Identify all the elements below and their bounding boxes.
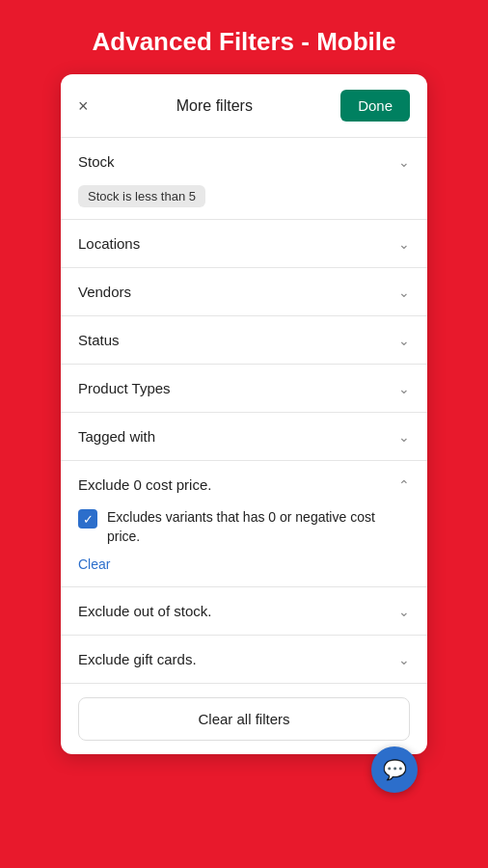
modal-title: More filters: [176, 97, 253, 115]
modal: × More filters Done Stock ⌄ Stock is les…: [61, 74, 427, 754]
filter-section-out-of-stock: Exclude out of stock. ⌄: [61, 587, 427, 636]
filter-label-locations: Locations: [78, 235, 140, 252]
cost-expanded-content: ✓ Excludes variants that has 0 or negati…: [61, 508, 427, 586]
cost-checkbox-label: Excludes variants that has 0 or negative…: [107, 508, 410, 546]
filter-row-locations[interactable]: Locations ⌄: [61, 220, 427, 267]
filter-row-cost[interactable]: Exclude 0 cost price. ⌃: [61, 461, 427, 508]
chevron-down-icon-locations: ⌄: [398, 236, 410, 252]
chevron-down-icon: ⌄: [398, 154, 410, 170]
filter-row-product-types[interactable]: Product Types ⌄: [61, 365, 427, 412]
chevron-down-icon-product-types: ⌄: [398, 381, 410, 396]
filter-row-stock[interactable]: Stock ⌄: [61, 138, 427, 185]
filter-label-cost: Exclude 0 cost price.: [78, 476, 211, 493]
filter-section-tagged: Tagged with ⌄: [61, 413, 427, 461]
stock-tag: Stock is less than 5: [78, 185, 205, 207]
filter-label-product-types: Product Types: [78, 380, 171, 396]
chevron-down-icon-tagged: ⌄: [398, 429, 410, 445]
chevron-up-icon-cost: ⌃: [398, 477, 410, 493]
filter-label-tagged: Tagged with: [78, 428, 155, 445]
clear-all-button[interactable]: Clear all filters: [78, 697, 410, 741]
filter-section-cost: Exclude 0 cost price. ⌃ ✓ Excludes varia…: [61, 461, 427, 587]
filter-label-gift-cards: Exclude gift cards.: [78, 651, 197, 667]
chevron-down-icon-out-of-stock: ⌄: [398, 604, 410, 619]
clear-cost-button[interactable]: Clear: [78, 556, 110, 572]
filter-row-gift-cards[interactable]: Exclude gift cards. ⌄: [61, 636, 427, 683]
chevron-down-icon-status: ⌄: [398, 333, 410, 348]
cost-checkbox[interactable]: ✓: [78, 509, 97, 529]
modal-header: × More filters Done: [61, 74, 427, 138]
filter-label-vendors: Vendors: [78, 284, 131, 300]
stock-tag-container: Stock is less than 5: [61, 185, 427, 219]
page-title: Advanced Filters - Mobile: [93, 27, 396, 57]
chevron-down-icon-vendors: ⌄: [398, 285, 410, 300]
filter-section-locations: Locations ⌄: [61, 220, 427, 268]
checkmark-icon: ✓: [83, 513, 94, 526]
close-button[interactable]: ×: [78, 97, 89, 115]
filter-label-out-of-stock: Exclude out of stock.: [78, 603, 211, 619]
chat-fab[interactable]: 💬: [371, 746, 418, 793]
filter-row-status[interactable]: Status ⌄: [61, 316, 427, 364]
filter-row-out-of-stock[interactable]: Exclude out of stock. ⌄: [61, 587, 427, 635]
chat-icon: 💬: [383, 758, 407, 781]
filter-section-product-types: Product Types ⌄: [61, 365, 427, 413]
done-button[interactable]: Done: [340, 90, 410, 122]
filter-section-gift-cards: Exclude gift cards. ⌄: [61, 636, 427, 684]
checkbox-row-cost: ✓ Excludes variants that has 0 or negati…: [78, 508, 410, 546]
filter-section-status: Status ⌄: [61, 316, 427, 365]
filter-label-stock: Stock: [78, 153, 115, 170]
filter-section-vendors: Vendors ⌄: [61, 268, 427, 316]
filter-row-vendors[interactable]: Vendors ⌄: [61, 268, 427, 315]
chevron-down-icon-gift-cards: ⌄: [398, 652, 410, 667]
filter-section-stock: Stock ⌄ Stock is less than 5: [61, 138, 427, 220]
filter-row-tagged[interactable]: Tagged with ⌄: [61, 413, 427, 460]
filter-label-status: Status: [78, 332, 120, 348]
